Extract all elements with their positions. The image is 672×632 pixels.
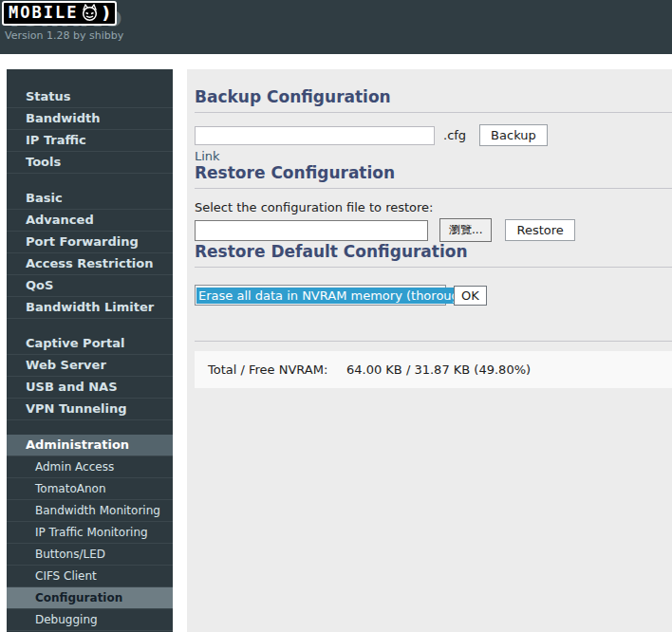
restore-configuration-title: Restore Configuration xyxy=(195,163,672,182)
sidebar-item-web-server[interactable]: Web Server xyxy=(7,355,173,377)
sidebar-item-bandwidth-monitoring[interactable]: Bandwidth Monitoring xyxy=(7,500,173,522)
sidebar-item-cifs-client[interactable]: CIFS Client xyxy=(7,566,173,587)
backup-button[interactable]: Backup xyxy=(479,124,548,146)
nvram-label: Total / Free NVRAM: xyxy=(208,362,346,377)
sidebar-item-admin-access[interactable]: Admin Access xyxy=(7,456,173,478)
section-divider xyxy=(195,341,672,342)
main-content: Backup Configuration .cfg Backup Link Re… xyxy=(187,69,672,632)
erase-mode-selected-option: Erase all data in NVRAM memory (thorough… xyxy=(196,288,474,304)
backup-filename-input[interactable] xyxy=(195,126,435,145)
section-divider xyxy=(195,188,672,189)
sidebar-item-qos[interactable]: QoS xyxy=(7,275,173,297)
cfg-suffix-label: .cfg xyxy=(443,128,466,142)
sidebar-item-advanced[interactable]: Advanced xyxy=(7,210,173,232)
ok-button[interactable]: OK xyxy=(454,286,487,306)
sidebar-group-spacer xyxy=(7,420,173,435)
mobile01-watermark-paren: ) xyxy=(102,5,109,22)
sidebar-item-vpn-tunneling[interactable]: VPN Tunneling xyxy=(7,399,173,420)
restore-default-configuration-title: Restore Default Configuration xyxy=(195,242,672,261)
sidebar-group-spacer xyxy=(7,319,173,333)
devil-icon xyxy=(81,4,99,22)
sidebar-item-captive-portal[interactable]: Captive Portal xyxy=(7,333,173,355)
sidebar-item-debugging[interactable]: Debugging xyxy=(7,609,173,631)
header-bar: Tomato MOBILE ) Version 1.28 by shibby xyxy=(0,0,672,54)
sidebar-item-tomatoanon[interactable]: TomatoAnon xyxy=(7,478,173,500)
sidebar-item-administration[interactable]: Administration xyxy=(7,435,173,456)
sidebar-item-ip-traffic-monitoring[interactable]: IP Traffic Monitoring xyxy=(7,522,173,544)
restore-file-input[interactable] xyxy=(195,220,428,241)
sidebar-item-access-restriction[interactable]: Access Restriction xyxy=(7,253,173,275)
sidebar-group-spacer xyxy=(7,174,173,188)
sidebar-nav: Status Bandwidth IP Traffic Tools Basic … xyxy=(7,69,173,632)
sidebar-item-buttons-led[interactable]: Buttons/LED xyxy=(7,544,173,566)
restore-button[interactable]: Restore xyxy=(505,219,574,241)
firmware-version: Version 1.28 by shibby xyxy=(5,29,123,42)
restore-file-label: Select the configuration file to restore… xyxy=(195,200,672,214)
sidebar-item-basic[interactable]: Basic xyxy=(7,188,173,210)
mobile01-watermark: MOBILE ) xyxy=(2,1,117,26)
sidebar-item-bandwidth[interactable]: Bandwidth xyxy=(7,108,173,130)
section-divider xyxy=(195,112,672,113)
erase-mode-select[interactable]: Erase all data in NVRAM memory (thorough… xyxy=(195,285,446,306)
restore-default-row: Erase all data in NVRAM memory (thorough… xyxy=(195,285,672,306)
backup-configuration-title: Backup Configuration xyxy=(195,87,672,106)
nvram-summary-box: Total / Free NVRAM: 64.00 KB / 31.87 KB … xyxy=(195,351,672,388)
sidebar-item-port-forwarding[interactable]: Port Forwarding xyxy=(7,232,173,253)
section-divider xyxy=(195,267,672,268)
backup-link[interactable]: Link xyxy=(195,149,220,163)
sidebar-item-bandwidth-limiter[interactable]: Bandwidth Limiter xyxy=(7,297,173,319)
sidebar-item-configuration[interactable]: Configuration xyxy=(7,587,173,609)
backup-row: .cfg Backup xyxy=(195,124,672,146)
sidebar-item-status[interactable]: Status xyxy=(7,86,173,108)
browse-button[interactable]: 瀏覽... xyxy=(439,218,492,242)
sidebar-item-tools[interactable]: Tools xyxy=(7,152,173,174)
sidebar-item-ip-traffic[interactable]: IP Traffic xyxy=(7,130,173,152)
nvram-value: 64.00 KB / 31.87 KB (49.80%) xyxy=(346,362,531,377)
sidebar-item-usb-and-nas[interactable]: USB and NAS xyxy=(7,377,173,399)
restore-row: 瀏覽... Restore xyxy=(195,218,672,242)
mobile01-watermark-text: MOBILE xyxy=(9,5,78,21)
